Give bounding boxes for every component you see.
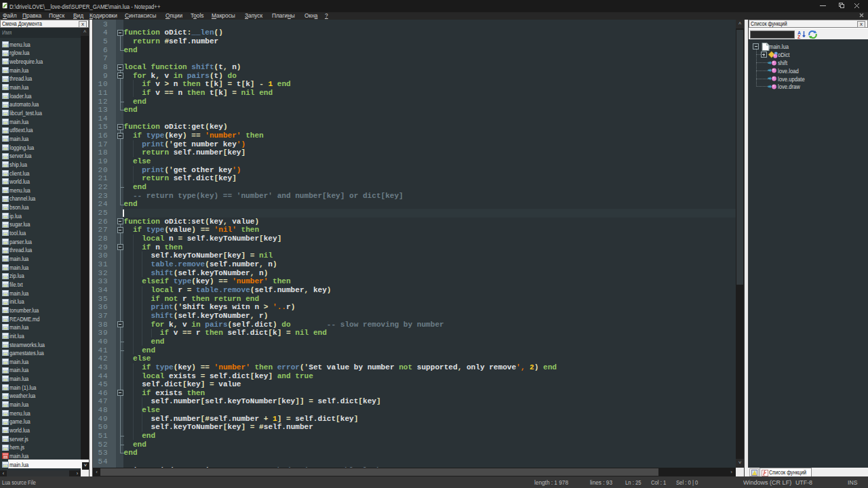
svg-text:Z: Z <box>797 35 801 39</box>
